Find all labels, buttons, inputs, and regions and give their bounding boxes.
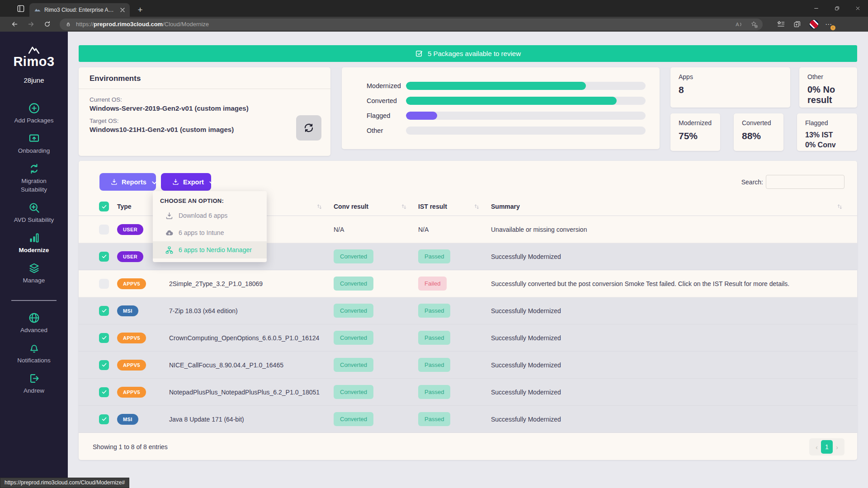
page-number-button[interactable]: 1 (821, 440, 833, 454)
table-row[interactable]: MSIJava 8 Update 171 (64-bit)ConvertedPa… (79, 406, 857, 433)
table-row[interactable]: APPV5NICE_CallFocus_8.90.04.4_P1.0_16465… (79, 352, 857, 379)
row-checkbox[interactable] (99, 333, 109, 343)
restore-button[interactable] (826, 0, 847, 17)
column-header-summary[interactable]: Summary (491, 203, 836, 210)
row-checkbox[interactable] (99, 225, 109, 235)
type-badge: USER (117, 224, 143, 235)
select-all-checkbox[interactable] (99, 202, 109, 211)
check-icon (101, 308, 107, 314)
back-button[interactable] (8, 18, 21, 31)
tenant-name: 28june (24, 76, 44, 84)
window-close-button[interactable] (847, 0, 868, 17)
reports-button[interactable]: Reports (99, 173, 156, 191)
conv-result-cell: Converted (334, 331, 418, 345)
ist-result-pill[interactable]: Passed (418, 249, 450, 263)
ist-result-pill[interactable]: Passed (418, 358, 450, 372)
type-badge: MSI (117, 305, 138, 316)
forward-button[interactable] (24, 18, 37, 31)
ist-result-cell: Passed (418, 249, 491, 263)
row-checkbox[interactable] (99, 252, 109, 262)
summary-cell: Successfully Modernized (491, 416, 836, 423)
table-row[interactable]: APPV5NotepadPlusPlus_NotepadPlusPlus_6.2… (79, 379, 857, 406)
ist-result-cell: Failed (418, 277, 491, 291)
target-os-value: Windows10-21H1-Gen2-v01 (custom images) (90, 126, 320, 133)
browser-toolbar: https://preprod.rimo3cloud.com/Cloud/Mod… (0, 17, 868, 32)
conv-result-pill[interactable]: Converted (334, 304, 373, 318)
sidebar-item-advanced[interactable]: Advanced (0, 312, 68, 334)
sidebar-item-label: Migration Suitability (9, 177, 59, 193)
column-header-ist-result[interactable]: IST result (418, 203, 491, 210)
sidebar-item-avd-suitability[interactable]: AVD Suitability (0, 202, 68, 224)
column-header-conv-result[interactable]: Conv result (334, 203, 418, 210)
ist-result-cell: N/A (418, 226, 491, 233)
ist-result-pill[interactable]: Passed (418, 304, 450, 318)
progress-label: Modernized (367, 82, 406, 89)
app-logo: Rimo3 (13, 43, 54, 69)
ist-result-pill[interactable]: Passed (418, 331, 450, 345)
stat-value: 88% (742, 131, 775, 141)
export-button[interactable]: Export (161, 173, 211, 191)
summary-cell: Successfully Modernized (491, 334, 836, 342)
next-page-button[interactable]: › (833, 443, 841, 451)
export-option-6-apps-to-intune[interactable]: 6 apps to Intune (153, 224, 267, 241)
row-checkbox[interactable] (99, 387, 109, 397)
new-tab-button[interactable]: + (134, 4, 146, 16)
conv-result-cell: Converted (334, 277, 418, 291)
favorites-bar-icon[interactable] (777, 20, 785, 28)
conv-result-pill[interactable]: Converted (334, 358, 373, 372)
minimize-button[interactable] (806, 0, 826, 17)
row-checkbox[interactable] (99, 360, 109, 370)
sidebar-item-andrew[interactable]: Andrew (0, 372, 68, 395)
download-tray-icon (110, 178, 118, 186)
packages-review-banner[interactable]: 5 Packages available to review (79, 45, 857, 62)
row-checkbox[interactable] (99, 279, 109, 289)
address-bar[interactable]: https://preprod.rimo3cloud.com/Cloud/Mod… (60, 19, 763, 30)
sidebar-item-add-packages[interactable]: Add Packages (0, 102, 68, 125)
profile-avatar[interactable] (809, 19, 819, 29)
sidebar-item-notifications[interactable]: Notifications (0, 342, 68, 365)
sidebar-item-label: AVD Suitability (14, 216, 54, 224)
lock-icon[interactable] (65, 21, 71, 28)
conv-result-pill[interactable]: Converted (334, 385, 373, 399)
row-checkbox[interactable] (99, 306, 109, 316)
summary-cell: Successfully converted but the post conv… (491, 280, 836, 287)
table-row[interactable]: MSI7-Zip 18.03 (x64 edition)ConvertedPas… (79, 297, 857, 324)
sidebar-item-migration-suitability[interactable]: Migration Suitability (0, 163, 68, 193)
refresh-button[interactable] (41, 18, 53, 31)
favorite-add-icon[interactable] (750, 20, 758, 28)
tab-close-icon[interactable] (119, 6, 126, 14)
table-row[interactable]: APPV52Simple_2Type_3.2_P1.0_18069Convert… (79, 270, 857, 297)
sidebar-item-onboarding[interactable]: Onboarding (0, 132, 68, 155)
type-cell: APPV5 (117, 360, 169, 371)
update-badge: ↑ (830, 25, 835, 30)
collections-icon[interactable] (793, 20, 802, 28)
progress-track (406, 127, 646, 135)
workspace-icon[interactable] (16, 4, 25, 13)
search-input[interactable] (766, 175, 844, 189)
sidebar-nav: Add PackagesOnboardingMigration Suitabil… (0, 102, 68, 293)
download-tray-icon (172, 178, 179, 186)
conv-result-pill[interactable]: Converted (334, 249, 373, 263)
export-option-label: 6 apps to Intune (179, 229, 224, 236)
export-option-download-6-apps[interactable]: Download 6 apps (153, 207, 267, 224)
previous-page-button[interactable]: ‹ (812, 443, 821, 451)
ist-result-pill[interactable]: Failed (418, 277, 447, 291)
conv-result-pill[interactable]: Converted (334, 277, 373, 291)
sidebar-item-modernize[interactable]: Modernize (0, 232, 68, 254)
read-aloud-icon[interactable]: A (735, 20, 743, 28)
ist-result-cell: Passed (418, 412, 491, 426)
globe-icon (28, 312, 40, 324)
row-checkbox[interactable] (99, 414, 109, 424)
sidebar-item-manage[interactable]: Manage (0, 262, 68, 285)
table-row[interactable]: APPV5CrownComputing_OpenOptions_6.6.0.5_… (79, 324, 857, 352)
conv-result-pill[interactable]: Converted (334, 331, 373, 345)
swap-environments-button[interactable] (296, 115, 321, 141)
export-option-6-apps-to-nerdio-manager[interactable]: 6 apps to Nerdio Manager (153, 241, 267, 258)
ist-result-pill[interactable]: Passed (418, 385, 450, 399)
ist-result-pill[interactable]: Passed (418, 412, 450, 426)
more-menu-button[interactable]: ⋯↑ (825, 20, 832, 28)
svg-text:A: A (736, 21, 739, 27)
browser-tab[interactable]: Rimo3 Cloud: Enterprise Applicat (29, 3, 130, 17)
conv-result-pill[interactable]: Converted (334, 412, 373, 426)
environments-card: Environments Current OS: Windows-Server-… (79, 67, 330, 156)
